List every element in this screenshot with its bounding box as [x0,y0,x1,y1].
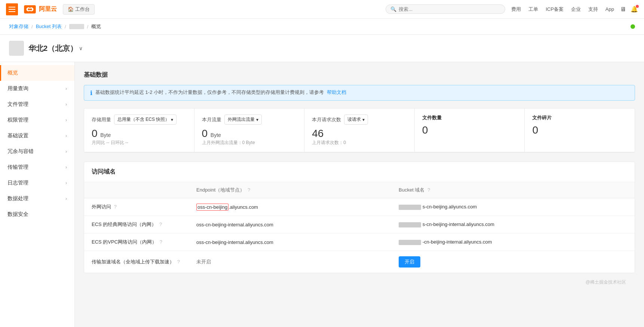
requests-col-header: 本月请求次数 读请求 ▾ [312,114,407,125]
sidebar-redundancy-label: 冗余与容错 [7,148,34,155]
sidebar-item-permissions[interactable]: 权限管理 › [0,112,74,128]
hamburger-button[interactable] [6,3,18,15]
requests-sub: 上月请求次数：0 [312,140,407,146]
sidebar-item-settings[interactable]: 基础设置 › [0,128,74,144]
info-text: 基础数据统计平均延迟 1-2 小时，不作为计量数据，仅作参考，不同存储类型的存储… [95,89,324,96]
traffic-col-header: 本月流量 外网流出流量 ▾ [202,114,297,125]
domain-table-header: Endpoint（地域节点） ? Bucket 域名 ? [84,182,635,198]
search-input[interactable] [399,6,500,12]
sidebar-item-overview[interactable]: 概览 [0,65,74,81]
chevron-right-icon-redundancy: › [65,149,67,154]
ecs-classic-endpoint-cell: oss-cn-beijing-internal.aliyuncs.com [189,216,391,233]
region-selector[interactable]: 华北2（北京） ∨ [28,43,83,54]
domain-type-ecs-classic: ECS 的经典网络访问（内网） ? [84,216,189,233]
monitor-icon-button[interactable]: 🖥 [620,6,626,13]
traffic-dropdown-value: 外网流出流量 [228,116,255,123]
storage-sub1: 月同比 [92,140,105,145]
nav-links: 费用 工单 ICP备案 企业 支持 App [511,6,614,13]
inner-content-area: 基础数据 ℹ 基础数据统计平均延迟 1-2 小时，不作为计量数据，仅作参考，不同… [75,62,644,327]
external-access-label: 外网访问 [92,204,111,210]
files-value: 0 [422,124,428,136]
chevron-right-icon-permissions: › [65,117,67,123]
table-row: ECS 的VPC网络访问（内网） ? oss-cn-beijing-intern… [84,233,635,251]
requests-label: 本月请求次数 [312,116,341,123]
ecs-vpc-bucket-cell: -cn-beijing-internal.aliyuncs.com [391,233,635,251]
sidebar-item-datasecurity[interactable]: 数据安全 [0,207,74,222]
breadcrumb-sep-2: / [65,24,66,30]
search-icon: 🔍 [390,6,396,12]
domain-col-bucket: Bucket 域名 ? [391,182,635,198]
traffic-value-row: 0 Byte [202,128,297,140]
sidebar-item-logs[interactable]: 日志管理 › [0,175,74,191]
nav-link-enterprise[interactable]: 企业 [571,6,581,13]
storage-dropdown[interactable]: 总用量（不含 ECS 快照） ▾ [114,114,177,125]
table-row: ECS 的经典网络访问（内网） ? oss-cn-beijing-interna… [84,216,635,233]
endpoint-help-icon[interactable]: ? [248,187,250,193]
main-content: 对象存储 / Bucket 列表 / / 概览 华北2（北京） ∨ 概览 [0,19,644,327]
breadcrumb-oss[interactable]: 对象存储 [9,23,28,30]
bucket-domain-help-icon[interactable]: ? [427,187,430,193]
traffic-label: 本月流量 [202,116,221,123]
nav-link-support[interactable]: 支持 [588,6,598,13]
table-row: 传输加速域名（全地域上传下载加速） ? 未开启 开启 [84,251,635,273]
external-endpoint-cell: oss-cn-beijing.aliyuncs.com [189,198,391,216]
fragments-col-header: 文件碎片 [532,114,627,121]
ecs-vpc-bucket-suffix: -cn-beijing-internal.aliyuncs.com [423,239,492,245]
nav-link-app[interactable]: App [605,6,614,12]
ecs-vpc-help-icon[interactable]: ? [160,239,162,245]
external-help-icon[interactable]: ? [114,204,117,210]
ecs-classic-label: ECS 的经典网络访问（内网） [92,221,156,227]
requests-dropdown[interactable]: 读请求 ▾ [344,114,368,125]
domain-col-endpoint: Endpoint（地域节点） ? [189,182,391,198]
domain-section: 访问域名 Endpoint（地域节点） ? Bucket 域名 [84,162,635,273]
files-label: 文件数量 [422,114,442,121]
storage-unit: Byte [100,132,111,138]
domain-type-accelerate: 传输加速域名（全地域上传下载加速） ? [84,251,189,273]
breadcrumb: 对象存储 / Bucket 列表 / / 概览 [0,19,644,35]
breadcrumb-bucket-name [69,24,84,29]
bucket-avatar [9,41,24,56]
breadcrumb-current: 概览 [91,23,101,30]
workbench-button[interactable]: 🏠 工作台 [63,4,95,15]
files-stat-col: 文件数量 0 [415,109,525,152]
storage-sub4: -- [125,140,128,145]
files-value-row: 0 [422,124,517,136]
traffic-sub: 上月外网流出流量：0 Byte [202,140,297,146]
storage-stat-col: 存储用量 总用量（不含 ECS 快照） ▾ 0 Byte [84,109,194,152]
stats-header: 存储用量 总用量（不含 ECS 快照） ▾ 0 Byte [84,109,635,152]
bucket-name-blurred-3 [399,240,421,245]
traffic-dropdown[interactable]: 外网流出流量 ▾ [224,114,262,125]
sidebar-dataprocess-label: 数据处理 [7,195,28,202]
accelerate-action-cell: 开启 [391,251,635,273]
storage-dropdown-value: 总用量（不含 ECS 快照） [117,116,169,123]
nav-link-ticket[interactable]: 工单 [528,6,538,13]
enable-accelerate-button[interactable]: 开启 [399,256,420,268]
info-bar: ℹ 基础数据统计平均延迟 1-2 小时，不作为计量数据，仅作参考，不同存储类型的… [84,85,635,101]
notification-button[interactable]: 🔔 [631,6,638,13]
sidebar-item-usage[interactable]: 用量查询 › [0,81,74,97]
requests-value: 46 [312,128,323,139]
breadcrumb-bucket-list[interactable]: Bucket 列表 [36,23,62,30]
status-indicator [631,24,635,29]
logo-text: 阿里云 [39,5,57,13]
domain-section-title: 访问域名 [84,162,635,182]
bucket-domain-header-text: Bucket 域名 [399,187,424,193]
notification-dot [636,5,639,8]
sidebar-item-transfer[interactable]: 传输管理 › [0,159,74,175]
ecs-vpc-label: ECS 的VPC网络访问（内网） [92,239,157,245]
sidebar-transfer-label: 传输管理 [7,164,28,171]
sidebar-item-dataprocess[interactable]: 数据处理 › [0,191,74,207]
logo-area: 阿里云 [24,5,57,13]
domain-type-ecs-vpc: ECS 的VPC网络访问（内网） ? [84,233,189,251]
accelerate-help-icon[interactable]: ? [177,259,180,265]
basic-data-title: 基础数据 [84,71,635,79]
sidebar-item-redundancy[interactable]: 冗余与容错 › [0,144,74,159]
sidebar-datasecurity-label: 数据安全 [7,211,28,218]
storage-dropdown-chevron: ▾ [171,117,173,122]
help-doc-link[interactable]: 帮助文档 [327,89,346,96]
sidebar-item-files[interactable]: 文件管理 › [0,97,74,112]
footer-note: @稀土掘金技术社区 [84,273,635,291]
ecs-classic-help-icon[interactable]: ? [159,221,162,227]
nav-link-fees[interactable]: 费用 [511,6,521,13]
nav-link-icp[interactable]: ICP备案 [546,6,564,13]
